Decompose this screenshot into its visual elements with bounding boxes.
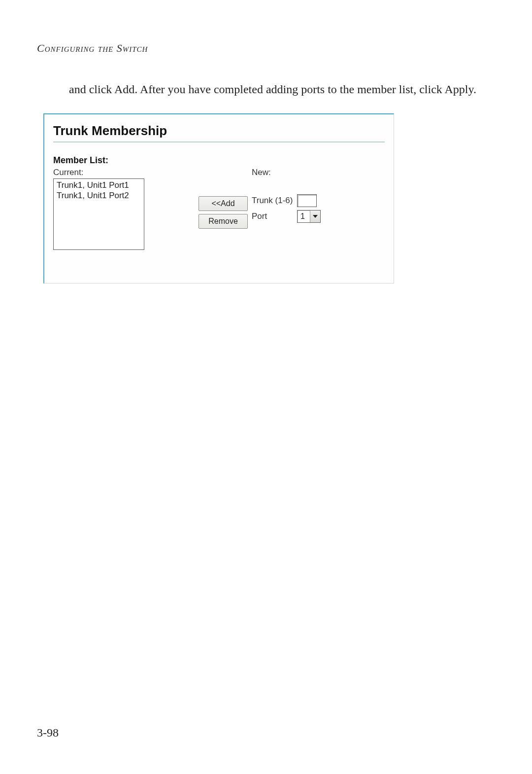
running-header: Configuring the Switch <box>37 42 148 55</box>
list-item[interactable]: Trunk1, Unit1 Port2 <box>57 190 141 201</box>
list-item[interactable]: Trunk1, Unit1 Port1 <box>57 180 141 190</box>
current-listbox[interactable]: Trunk1, Unit1 Port1 Trunk1, Unit1 Port2 <box>53 178 144 250</box>
trunk-field-label: Trunk (1-6) <box>252 196 297 206</box>
port-field-label: Port <box>252 211 297 221</box>
current-label: Current: <box>53 168 199 177</box>
member-list-label: Member List: <box>53 155 385 166</box>
panel-title: Trunk Membership <box>53 123 385 139</box>
new-label: New: <box>252 168 321 177</box>
remove-button[interactable]: Remove <box>199 214 248 229</box>
page-number: 3-98 <box>37 726 59 739</box>
add-button[interactable]: <<Add <box>199 196 248 211</box>
trunk-membership-panel: Trunk Membership Member List: Current: T… <box>43 113 394 283</box>
chevron-down-icon[interactable] <box>310 211 320 222</box>
body-paragraph: and click Add. After you have completed … <box>69 81 495 97</box>
panel-divider <box>53 141 385 142</box>
port-select[interactable]: 1 <box>297 210 321 223</box>
trunk-input[interactable] <box>297 194 317 207</box>
port-select-value: 1 <box>298 212 310 221</box>
